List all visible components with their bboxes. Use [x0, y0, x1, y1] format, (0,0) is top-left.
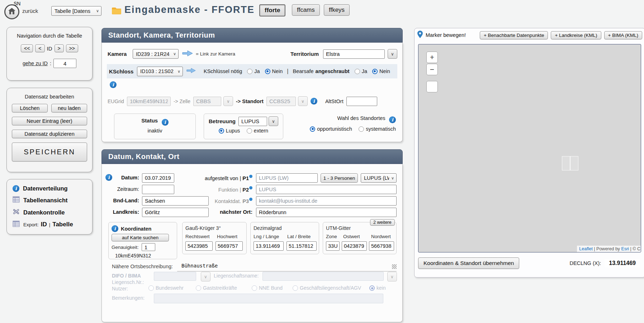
link-arrow-icon[interactable]	[182, 50, 193, 58]
reload-button[interactable]: neu laden	[51, 104, 87, 112]
benachbarte-datenpunkte-button[interactable]: + Benachbarte Datenpunkte	[480, 31, 548, 39]
apply-coordinates-button[interactable]: Koordinaten & Standort übernehmen	[418, 257, 519, 269]
resize-handle-icon[interactable]	[392, 264, 397, 269]
ortsbeschreibung-textarea[interactable]: Bühnaustraße	[177, 263, 397, 271]
prev-record-button[interactable]: <	[35, 44, 44, 52]
zoom-out-button[interactable]: −	[426, 64, 438, 75]
duplicate-button[interactable]: Datensatz duplizieren	[12, 130, 87, 138]
map-header: Marker bewegen! + Benachbarte Datenpunkt…	[417, 30, 642, 40]
koordinaten-info-icon[interactable]: i	[112, 225, 118, 232]
landkreise-kml-button[interactable]: + Landkreise (KML)	[551, 31, 601, 39]
layers-button[interactable]	[426, 81, 438, 92]
next-record-button[interactable]: >	[55, 44, 64, 52]
landkreis-label: Landkreis:	[112, 209, 139, 218]
new-entry-button[interactable]: Neuer Eintrag (leer)	[12, 117, 87, 125]
wahl-opportunistisch-radio[interactable]: opportunistisch	[310, 126, 352, 132]
ort-input[interactable]	[256, 208, 397, 217]
bearsafe-ja-radio[interactable]: Ja	[355, 68, 367, 74]
zeitraum-input[interactable]	[142, 185, 174, 194]
kschluessel-ja-radio[interactable]: Ja	[247, 68, 260, 74]
navigation-panel-title: Navigation durch die Tabelle	[7, 27, 92, 39]
status-info-icon[interactable]: i	[162, 119, 169, 126]
nutzer-geschaeftsliegenschaft-radio: Geschäftsliegenschaft/AGV	[293, 285, 361, 291]
kschloss-select[interactable]: ID103 : 21S02 ∨	[137, 67, 183, 76]
export-table-link[interactable]: Tabelle	[52, 221, 73, 228]
nordwert-input[interactable]	[369, 241, 394, 251]
betreuung-dropdown-button[interactable]: ∨	[269, 116, 278, 126]
app-button-fforte[interactable]: fforte	[259, 4, 285, 16]
bima-kml-button[interactable]: + BIMA (KML)	[604, 31, 642, 39]
table-icon	[13, 196, 20, 204]
betreuung-extern-radio[interactable]: extern	[247, 128, 268, 134]
radio-icon	[247, 69, 252, 74]
back-link[interactable]: zurück	[22, 8, 38, 14]
link-arrow-icon[interactable]	[186, 68, 196, 75]
app-button-ffkeys[interactable]: ffkeys	[324, 4, 350, 16]
utm-col3: Nordwert	[371, 234, 391, 239]
link-datenverteilung[interactable]: i Datenverteilung	[7, 183, 92, 194]
kamera-select[interactable]: ID239 : 21R24 ∨	[133, 49, 179, 59]
map-attribution: Leaflet | Powered by Esri | © C	[577, 246, 641, 252]
ostwert-input[interactable]	[342, 241, 367, 251]
info-icon	[249, 175, 252, 178]
nutzer-label: Nutzer:	[112, 286, 128, 291]
radio-icon	[247, 128, 252, 134]
link-datenkontrolle[interactable]: Datenkontrolle	[7, 206, 92, 218]
p2-input[interactable]	[256, 185, 397, 194]
export-id-link[interactable]: ID	[41, 221, 47, 228]
p3-input[interactable]	[256, 196, 397, 206]
declng-label: DECLNG (X):	[569, 260, 601, 266]
betreuung-lupus-radio[interactable]: Lupus	[219, 128, 240, 134]
goto-id-link[interactable]: gehe zu ID	[23, 61, 48, 66]
table-select[interactable]: Tabelle [Datens ∨	[51, 6, 101, 16]
delete-button[interactable]: Löschen	[12, 104, 48, 112]
wahl-systematisch-radio[interactable]: systematisch	[359, 126, 396, 132]
karte-suchen-button[interactable]: auf Karte suchen	[112, 234, 169, 241]
last-record-button[interactable]: >>	[66, 44, 78, 52]
lat-input[interactable]	[287, 241, 317, 251]
gauss-krueger-box: Gauß-Krüger 3° Rechtswert Hochwert	[182, 222, 247, 254]
id-label: ID	[47, 45, 52, 52]
p1-select[interactable]: LUPUS (LW ∨	[361, 173, 397, 183]
map-marker-icon	[417, 30, 423, 40]
hochwert-input[interactable]	[216, 241, 243, 251]
gk-col1: Rechtswert	[185, 234, 213, 239]
wahl-label: Wahl des Standortes	[337, 115, 385, 121]
personen-button[interactable]: 1 - 3 Personen	[321, 173, 358, 183]
datum-input[interactable]	[142, 173, 174, 183]
first-record-button[interactable]: <<	[21, 44, 33, 52]
navigation-panel: Navigation durch die Tabelle << < ID > >…	[6, 27, 93, 81]
rechtswert-input[interactable]	[185, 241, 213, 251]
edit-panel-title: Datensatz bearbeiten	[7, 88, 92, 100]
altstort-input[interactable]	[346, 97, 377, 106]
territorium-input[interactable]	[323, 49, 385, 59]
zoom-in-button[interactable]: +	[426, 52, 438, 63]
zone-input[interactable]	[326, 241, 340, 251]
genauigkeit-input[interactable]	[142, 243, 155, 251]
territorium-dropdown-button[interactable]: ∨	[388, 49, 397, 59]
link-tabellenansicht[interactable]: Tabellenansicht	[7, 194, 92, 206]
goto-id-input[interactable]	[53, 59, 76, 68]
kschluessel-nein-radio[interactable]: Nein	[265, 68, 283, 74]
standort-input	[266, 97, 296, 106]
esri-link[interactable]: Esri	[621, 246, 629, 251]
kschloss-info-icon[interactable]: i	[110, 81, 117, 88]
app-button-ffcams[interactable]: ffcams	[292, 4, 320, 16]
weitere-button[interactable]: 2 weitere	[370, 219, 395, 226]
save-button[interactable]: SPEICHERN	[12, 143, 87, 162]
wahl-info-icon[interactable]: i	[389, 116, 396, 123]
lng-input[interactable]	[254, 241, 284, 251]
export-separator: |	[49, 222, 51, 227]
difo-title: DIFO / BIMA	[112, 273, 141, 279]
kschluessel-label: KSchlüssel nötig	[204, 68, 242, 74]
standort-info-icon[interactable]: i	[311, 98, 317, 105]
leaflet-link[interactable]: Leaflet	[579, 246, 593, 251]
link-export[interactable]: Export: ID | Tabelle	[7, 218, 92, 231]
bearsafe-nein-radio[interactable]: Nein	[372, 68, 390, 74]
datum-info-icon[interactable]: i	[105, 174, 112, 181]
p1-input[interactable]	[256, 173, 318, 183]
map-area[interactable]: + − Leaflet | Powered by Esri | © C	[418, 44, 641, 252]
radio-icon	[265, 69, 270, 74]
home-button[interactable]	[4, 4, 19, 19]
betreuung-input[interactable]	[238, 117, 267, 126]
